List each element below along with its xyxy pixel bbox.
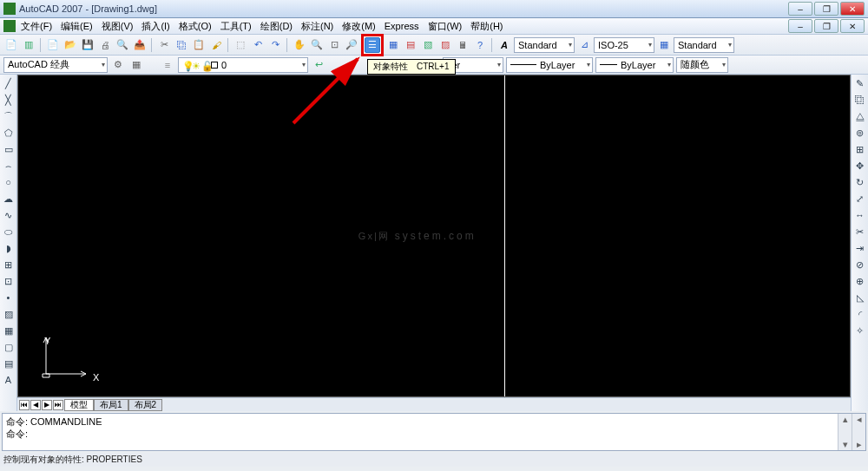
menu-draw[interactable]: 绘图(D) <box>260 20 293 33</box>
open-icon[interactable]: 📂 <box>62 37 78 53</box>
maximize-button[interactable]: ❐ <box>814 2 838 16</box>
rectangle-icon[interactable]: ▭ <box>2 142 16 156</box>
dimstyle-icon[interactable]: ⊿ <box>576 37 592 53</box>
insert-block-icon[interactable]: ⊞ <box>2 258 16 271</box>
point-icon[interactable]: • <box>2 291 16 304</box>
chamfer-icon[interactable]: ◺ <box>853 291 867 304</box>
workspace-dropdown[interactable]: AutoCAD 经典 <box>3 57 108 73</box>
markup-icon[interactable]: ▨ <box>437 37 453 53</box>
spline-icon[interactable]: ∿ <box>2 208 16 222</box>
help-icon[interactable]: ? <box>472 37 488 53</box>
ellipse-icon[interactable]: ⬭ <box>2 225 16 239</box>
tab-layout1[interactable]: 布局1 <box>94 399 128 411</box>
close-button[interactable]: ✕ <box>840 2 865 16</box>
xline-icon[interactable]: ╳ <box>2 93 16 107</box>
erase-icon[interactable]: ✎ <box>853 76 867 90</box>
arc-icon[interactable]: ⌢ <box>2 159 16 173</box>
save-icon[interactable]: 💾 <box>80 37 95 53</box>
scale-icon[interactable]: ⤢ <box>853 192 867 206</box>
break-icon[interactable]: ⊘ <box>853 258 867 271</box>
region-icon[interactable]: ▢ <box>2 340 16 354</box>
mtext-icon[interactable]: A <box>2 373 16 387</box>
join-icon[interactable]: ⊕ <box>853 274 867 288</box>
preview-icon[interactable]: 🔍 <box>115 37 130 53</box>
command-scrollbar[interactable]: ▴▾ <box>838 414 852 450</box>
ellipse-arc-icon[interactable]: ◗ <box>2 241 16 255</box>
tab-layout2[interactable]: 布局2 <box>128 399 163 411</box>
menu-tools[interactable]: 工具(T) <box>220 20 252 33</box>
paste-icon[interactable]: 📋 <box>191 37 207 53</box>
tablestyle-icon[interactable]: ▦ <box>656 37 672 53</box>
drawing-canvas[interactable]: Gx|网system.com Y X <box>17 75 851 397</box>
explode-icon[interactable]: ✧ <box>853 324 867 337</box>
plotstyle-dropdown[interactable]: 随颜色 <box>676 57 728 73</box>
linetype-dropdown[interactable]: ByLayer <box>506 57 593 73</box>
publish-icon[interactable]: 📤 <box>132 37 148 53</box>
make-block-icon[interactable]: ⊡ <box>2 274 16 288</box>
tablestyle-dropdown[interactable]: Standard <box>674 37 734 53</box>
workspace-settings-icon[interactable]: ⚙ <box>110 57 126 73</box>
rotate-icon[interactable]: ↻ <box>853 175 867 189</box>
menu-insert[interactable]: 插入(I) <box>141 20 169 33</box>
textstyle-icon[interactable]: A <box>496 37 512 53</box>
line-icon[interactable]: ╱ <box>2 76 16 90</box>
lineweight-dropdown[interactable]: ByLayer <box>595 57 674 73</box>
sheet-set-icon[interactable]: ▧ <box>420 37 436 53</box>
redo-icon[interactable]: ↷ <box>267 37 283 53</box>
copy-obj-icon[interactable]: ⿻ <box>853 93 867 107</box>
extend-icon[interactable]: ⇥ <box>853 241 867 255</box>
copy-icon[interactable]: ⿻ <box>174 37 189 53</box>
block-icon[interactable]: ⬚ <box>233 37 248 53</box>
doc-minimize-button[interactable]: – <box>788 19 812 33</box>
doc-close-button[interactable]: ✕ <box>840 19 865 33</box>
gradient-icon[interactable]: ▦ <box>2 324 16 337</box>
properties-icon[interactable]: ☰ <box>365 37 380 53</box>
sheet-icon[interactable]: ▥ <box>21 37 36 53</box>
minimize-button[interactable]: – <box>788 2 812 16</box>
cut-icon[interactable]: ✂ <box>156 37 172 53</box>
doc-restore-button[interactable]: ❐ <box>814 19 838 33</box>
tool-palette-icon[interactable]: ▤ <box>403 37 418 53</box>
design-center-icon[interactable]: ▦ <box>385 37 401 53</box>
undo-icon[interactable]: ↶ <box>250 37 266 53</box>
tab-first-icon[interactable]: ⏮ <box>19 400 30 410</box>
layer-manager-icon[interactable]: ≡ <box>160 57 175 73</box>
revcloud-icon[interactable]: ☁ <box>2 192 16 206</box>
workspace-lock-icon[interactable]: ▦ <box>128 57 144 73</box>
pline-icon[interactable]: ⌒ <box>2 109 16 123</box>
tab-last-icon[interactable]: ⏭ <box>53 400 63 410</box>
polygon-icon[interactable]: ⬠ <box>2 126 16 140</box>
move-icon[interactable]: ✥ <box>853 159 867 173</box>
hatch-icon[interactable]: ▨ <box>2 307 16 321</box>
menu-help[interactable]: 帮助(H) <box>470 20 503 33</box>
plot-icon[interactable]: 🖨 <box>97 37 113 53</box>
zoom-win-icon[interactable]: ⊡ <box>326 37 342 53</box>
menu-edit[interactable]: 编辑(E) <box>61 20 93 33</box>
qnew-icon[interactable]: 📄 <box>45 37 61 53</box>
calc-icon[interactable]: 🖩 <box>455 37 470 53</box>
textstyle-dropdown[interactable]: Standard <box>514 37 575 53</box>
menu-dimension[interactable]: 标注(N) <box>301 20 333 33</box>
zoom-rt-icon[interactable]: 🔍 <box>309 37 325 53</box>
menu-format[interactable]: 格式(O) <box>179 20 212 33</box>
menu-window[interactable]: 窗口(W) <box>428 20 463 33</box>
command-prompt[interactable]: 命令: <box>6 428 834 440</box>
trim-icon[interactable]: ✂ <box>853 225 867 239</box>
menu-modify[interactable]: 修改(M) <box>342 20 376 33</box>
table-icon[interactable]: ▤ <box>2 357 16 370</box>
tab-model[interactable]: 模型 <box>64 399 94 411</box>
match-icon[interactable]: 🖌 <box>208 37 224 53</box>
menu-view[interactable]: 视图(V) <box>102 20 134 33</box>
layer-prev-icon[interactable]: ↩ <box>311 57 326 73</box>
tab-prev-icon[interactable]: ◀ <box>30 400 41 410</box>
circle-icon[interactable]: ○ <box>2 175 16 189</box>
menu-express[interactable]: Express <box>385 21 419 31</box>
new-icon[interactable]: 📄 <box>3 37 19 53</box>
array-icon[interactable]: ⊞ <box>853 142 867 156</box>
dimstyle-dropdown[interactable]: ISO-25 <box>594 37 654 53</box>
pan-icon[interactable]: ✋ <box>292 37 307 53</box>
mirror-icon[interactable]: ⧋ <box>853 109 867 123</box>
stretch-icon[interactable]: ↔ <box>853 208 867 222</box>
fillet-icon[interactable]: ◜ <box>853 307 867 321</box>
tab-next-icon[interactable]: ▶ <box>42 400 52 410</box>
